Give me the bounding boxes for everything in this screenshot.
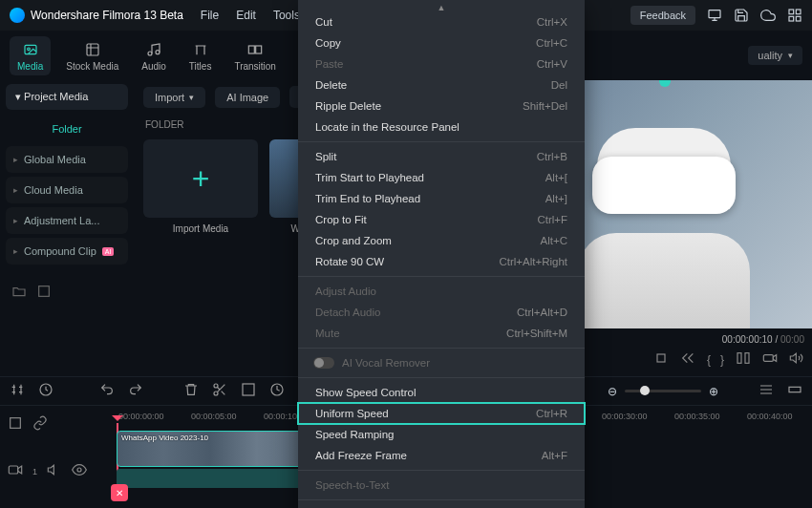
redo-icon[interactable] bbox=[128, 382, 143, 400]
ctx-speech-to-text: Speech-to-Text bbox=[298, 475, 585, 496]
menu-tools[interactable]: Tools bbox=[273, 9, 300, 22]
import-button[interactable]: Import▾ bbox=[143, 87, 205, 108]
zoom-out-icon[interactable]: ⊖ bbox=[608, 385, 617, 398]
link-icon[interactable] bbox=[32, 415, 48, 434]
audio-clip[interactable] bbox=[117, 469, 304, 488]
svg-rect-0 bbox=[709, 11, 720, 18]
ctx-speed-ramping[interactable]: Speed Ramping bbox=[298, 424, 585, 445]
svg-rect-4 bbox=[796, 16, 801, 21]
chevron-right-icon: ▸ bbox=[13, 216, 18, 225]
ctx-rotate-cw[interactable]: Rotate 90 CWCtrl+Alt+Right bbox=[298, 251, 585, 272]
ctx-add-freeze-frame[interactable]: Add Freeze FrameAlt+F bbox=[298, 445, 585, 466]
ctx-ai-vocal-remover[interactable]: AI Vocal Remover bbox=[298, 352, 585, 373]
ctx-trim-end-to-playhead[interactable]: Trim End to PlayheadAlt+] bbox=[298, 188, 585, 209]
brackets-icon[interactable]: { } bbox=[707, 353, 724, 367]
tab-audio[interactable]: Audio bbox=[134, 36, 174, 75]
svg-point-8 bbox=[148, 52, 152, 55]
ctx-paste: PasteCtrl+V bbox=[298, 53, 585, 74]
ctx-trim-start-to-playhead[interactable]: Trim Start to PlayheadAlt+[ bbox=[298, 167, 585, 188]
plus-icon: + bbox=[192, 161, 210, 197]
chevron-right-icon: ▸ bbox=[13, 155, 18, 164]
sidebar-item-cloud-media[interactable]: ▸Cloud Media bbox=[6, 177, 128, 203]
save-icon[interactable] bbox=[734, 8, 749, 23]
back-icon[interactable] bbox=[680, 350, 695, 369]
svg-rect-11 bbox=[256, 46, 262, 53]
menu-edit[interactable]: Edit bbox=[236, 9, 256, 22]
ctx-ripple-delete[interactable]: Ripple DeleteShift+Del bbox=[298, 95, 585, 116]
sidebar-item-compound-clip[interactable]: ▸Compound ClipAI bbox=[6, 238, 128, 265]
ctx-crop-and-zoom[interactable]: Crop and ZoomAlt+C bbox=[298, 230, 585, 251]
scissors-icon[interactable] bbox=[212, 382, 227, 400]
toggle-icon bbox=[313, 357, 334, 369]
marker-icon[interactable] bbox=[664, 80, 666, 92]
ctx-cut[interactable]: CutCtrl+X bbox=[298, 11, 585, 32]
cloud-icon[interactable] bbox=[760, 8, 776, 23]
speed-icon[interactable] bbox=[269, 382, 285, 400]
svg-rect-13 bbox=[657, 354, 665, 362]
audio-icon bbox=[144, 40, 163, 59]
ctx-split[interactable]: SplitCtrl+B bbox=[298, 146, 585, 167]
delete-icon[interactable] bbox=[183, 382, 199, 400]
scroll-up-icon[interactable]: ▲ bbox=[298, 4, 585, 11]
volume-icon[interactable] bbox=[789, 350, 804, 369]
zoom-in-icon[interactable]: ⊕ bbox=[709, 385, 718, 398]
ctx-mute: MuteCtrl+Shift+M bbox=[298, 323, 585, 344]
arrange-icon[interactable] bbox=[10, 382, 25, 400]
svg-rect-1 bbox=[789, 10, 794, 14]
crop-icon[interactable] bbox=[241, 382, 256, 400]
svg-rect-2 bbox=[796, 10, 801, 14]
tab-media[interactable]: Media bbox=[10, 36, 51, 75]
ruler-tick: 00:00:30:00 bbox=[602, 412, 648, 421]
fit-icon[interactable] bbox=[787, 382, 802, 400]
grid-icon[interactable] bbox=[787, 8, 802, 23]
tab-titles[interactable]: Titles bbox=[182, 36, 220, 75]
ctx-show-speed-control[interactable]: Show Speed Control bbox=[298, 382, 585, 403]
ctx-locate-in-the-resource-panel[interactable]: Locate in the Resource Panel bbox=[298, 116, 585, 138]
ctx-adjust-audio: Adjust Audio bbox=[298, 281, 585, 302]
collapse-icon[interactable] bbox=[8, 415, 23, 434]
video-track-icon[interactable] bbox=[8, 462, 23, 480]
ctx-copy[interactable]: CopyCtrl+C bbox=[298, 32, 585, 53]
ctx-smart-edit-tool[interactable]: Smart Edit Tool▸ bbox=[298, 504, 585, 508]
quality-selector[interactable]: uality▾ bbox=[748, 46, 802, 65]
ruler-tick: 00:00:05:00 bbox=[191, 412, 237, 421]
monitor-icon[interactable] bbox=[707, 8, 722, 23]
clock-icon[interactable] bbox=[38, 382, 53, 400]
ctx-uniform-speed[interactable]: Uniform SpeedCtrl+R bbox=[298, 403, 585, 424]
expand-icon[interactable] bbox=[36, 284, 52, 302]
chevron-right-icon: ▸ bbox=[13, 185, 18, 195]
feedback-button[interactable]: Feedback bbox=[630, 6, 695, 25]
cut-marker[interactable]: ✕ bbox=[111, 484, 128, 501]
menu-file[interactable]: File bbox=[201, 9, 219, 22]
tab-transition[interactable]: Transition bbox=[226, 36, 284, 75]
sidebar: ▾ Project Media Folder ▸Global Media▸Clo… bbox=[0, 80, 134, 376]
ctx-delete[interactable]: DeleteDel bbox=[298, 74, 585, 95]
svg-rect-16 bbox=[763, 355, 773, 362]
sidebar-header[interactable]: ▾ Project Media bbox=[6, 84, 128, 110]
svg-point-19 bbox=[214, 392, 218, 395]
list-view-icon[interactable] bbox=[759, 382, 774, 400]
video-clip[interactable]: WhatsApp Video 2023-10 bbox=[117, 431, 304, 467]
svg-rect-25 bbox=[9, 466, 17, 474]
chevron-right-icon: ▸ bbox=[13, 246, 18, 256]
sidebar-item-adjustment-la-[interactable]: ▸Adjustment La... bbox=[6, 207, 128, 234]
track-headers: 1 bbox=[0, 406, 105, 506]
zoom-slider[interactable] bbox=[625, 390, 701, 392]
camera-icon[interactable] bbox=[762, 350, 778, 369]
sidebar-folder-tab[interactable]: Folder bbox=[6, 116, 128, 142]
ai-image-button[interactable]: AI Image bbox=[215, 87, 280, 108]
svg-point-18 bbox=[214, 384, 218, 388]
tab-stock-media[interactable]: Stock Media bbox=[58, 36, 126, 75]
folder-add-icon[interactable] bbox=[11, 284, 27, 302]
undo-icon[interactable] bbox=[99, 382, 115, 400]
columns-icon[interactable] bbox=[736, 350, 751, 369]
zoom-control[interactable]: ⊖ ⊕ bbox=[608, 385, 718, 398]
ctx-crop-to-fit[interactable]: Crop to FitCtrl+F bbox=[298, 209, 585, 230]
stop-icon[interactable] bbox=[653, 350, 669, 369]
sidebar-item-global-media[interactable]: ▸Global Media bbox=[6, 146, 128, 173]
mute-icon[interactable] bbox=[47, 462, 62, 480]
svg-rect-3 bbox=[789, 16, 794, 21]
visibility-icon[interactable] bbox=[72, 462, 87, 480]
filmora-icon bbox=[10, 8, 25, 23]
import-media-tile[interactable]: + Import Media bbox=[143, 139, 258, 234]
